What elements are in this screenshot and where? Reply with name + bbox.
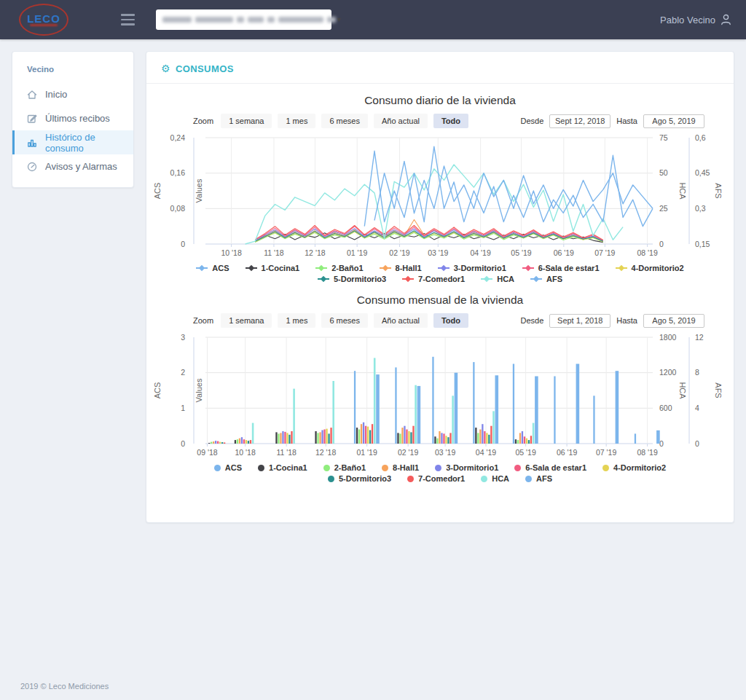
legend-item-acs[interactable]: ACS: [214, 463, 242, 472]
x-tick-label: 01 '19: [357, 448, 377, 457]
monthly-consumption-chart[interactable]: 09 '1810 '1811 '1812 '1801 '1902 '1903 '…: [152, 333, 729, 461]
x-tick-label: 06 '19: [557, 448, 577, 457]
sidebar-item-inicio[interactable]: Inicio: [12, 82, 133, 106]
daily-chart-controls: Zoom1 semana1 mes6 mesesAño actualTodoDe…: [193, 114, 704, 128]
legend-item-5-dormitorio3[interactable]: 5-Dormitorio3: [318, 275, 386, 283]
hasta-input-monthly[interactable]: Ago 5, 2019: [643, 314, 704, 328]
y-tick-label: 0,3: [695, 204, 706, 213]
axis-title-afs: AFS: [714, 183, 723, 198]
unit-selector[interactable]: ▼: [156, 9, 331, 30]
bar-8-hall1: [213, 441, 214, 444]
sidebar-item-historico-de-consumo[interactable]: Histórico de consumo: [12, 130, 133, 154]
hasta-input-daily[interactable]: Ago 5, 2019: [643, 114, 704, 128]
sidebar-item-avisos-y-alarmas[interactable]: Avisos y Alarmas: [12, 154, 133, 178]
bar-3-dormitorio1: [241, 437, 243, 444]
home-icon: [26, 89, 38, 101]
legend-item-4-dormitorio2[interactable]: 4-Dormitorio2: [602, 463, 666, 472]
legend-marker-circle: [435, 465, 441, 471]
legend-marker-circle: [382, 465, 388, 471]
bar-6-sala-de-estar1: [243, 439, 245, 444]
bar-1-cocina1: [208, 443, 210, 444]
bar-afs: [417, 386, 421, 444]
legend-item-2-ba-o1[interactable]: 2-Baño1: [315, 264, 363, 272]
legend-item-7-comedor1[interactable]: 7-Comedor1: [407, 474, 465, 483]
legend-item-3-dormitorio1[interactable]: 3-Dormitorio1: [438, 264, 506, 272]
bar-2-ba-o1: [237, 439, 238, 444]
bar-2-ba-o1: [358, 430, 360, 444]
range-button-a-o-actual[interactable]: Año actual: [374, 313, 428, 328]
monthly-chart-block: Consumo mensual de la vivienda Zoom1 sem…: [146, 294, 734, 483]
legend-item-8-hall1[interactable]: 8-Hall1: [382, 463, 419, 472]
legend-label: 2-Baño1: [331, 264, 363, 272]
bar-6-sala-de-estar1: [443, 433, 444, 444]
user-menu[interactable]: Pablo Vecino: [660, 14, 731, 25]
bar-acs: [513, 364, 514, 444]
range-button-1-mes[interactable]: 1 mes: [278, 313, 315, 328]
legend-item-3-dormitorio1[interactable]: 3-Dormitorio1: [435, 463, 498, 472]
bar-4-dormitorio2: [445, 436, 447, 444]
bar-4-dormitorio2: [326, 429, 327, 444]
desde-input-monthly[interactable]: Sept 1, 2018: [549, 314, 610, 328]
bar-2-ba-o1: [517, 440, 519, 444]
copyright-text: 2019 © Leco Mediciones: [20, 682, 109, 691]
x-tick-label: 03 '19: [428, 248, 448, 257]
sidebar-section-label: Vecino: [27, 65, 133, 74]
zoom-label: Zoom: [193, 316, 213, 325]
range-button-6-meses[interactable]: 6 meses: [321, 114, 368, 128]
legend-label: 1-Cocina1: [262, 264, 300, 272]
bar-1-cocina1: [356, 428, 358, 444]
legend-item-6-sala-de-estar1[interactable]: 6-Sala de estar1: [522, 264, 600, 272]
legend-marker-diamond: [481, 276, 492, 283]
bar-3-dormitorio1: [482, 424, 483, 444]
legend-item-1-cocina1[interactable]: 1-Cocina1: [258, 463, 307, 472]
range-button-todo[interactable]: Todo: [433, 114, 468, 128]
x-tick-label: 10 '18: [221, 248, 241, 257]
range-button-1-semana[interactable]: 1 semana: [221, 114, 272, 128]
x-tick-label: 01 '19: [347, 248, 367, 257]
sidebar-item-ultimos-recibos[interactable]: Últimos recibos: [12, 106, 133, 130]
bar-acs: [354, 371, 356, 444]
legend-item-hca[interactable]: HCA: [481, 275, 514, 283]
legend-item-1-cocina1[interactable]: 1-Cocina1: [246, 264, 300, 272]
range-button-6-meses[interactable]: 6 meses: [321, 313, 368, 328]
range-button-todo[interactable]: Todo: [433, 313, 468, 328]
legend-marker-diamond: [380, 265, 391, 272]
y-tick-label: 0,15: [695, 240, 710, 248]
range-button-a-o-actual[interactable]: Año actual: [374, 114, 428, 128]
bar-5-dormitorio3: [447, 437, 449, 444]
legend-label: 4-Dormitorio2: [632, 264, 684, 272]
y-tick-label: 4: [695, 404, 699, 412]
main-panel: ⚙ CONSUMOS Consumo diario de la vivienda…: [146, 51, 734, 523]
x-tick-label: 05 '19: [511, 248, 531, 257]
legend-marker-circle: [258, 465, 264, 471]
bar-2-ba-o1: [211, 442, 212, 444]
legend-item-6-sala-de-estar1[interactable]: 6-Sala de estar1: [514, 463, 586, 472]
y-tick-label: 75: [659, 133, 668, 142]
desde-input-daily[interactable]: Sept 12, 2018: [549, 114, 610, 128]
x-tick-label: 04 '19: [470, 248, 490, 257]
settings-gear-icon: ⚙: [161, 63, 170, 74]
bar-acs: [473, 362, 474, 444]
bar-acs: [432, 357, 433, 444]
bar-3-dormitorio1: [282, 431, 283, 444]
bar-5-dormitorio3: [528, 440, 530, 444]
unit-selector-value-redacted: [162, 17, 336, 23]
legend-item-afs[interactable]: AFS: [530, 275, 562, 283]
legend-item-7-comedor1[interactable]: 7-Comedor1: [402, 275, 465, 283]
menu-toggle-icon[interactable]: [121, 14, 135, 25]
daily-consumption-chart[interactable]: 10 '1811 '1812 '1801 '1902 '1903 '1904 '…: [152, 133, 729, 261]
legend-item-8-hall1[interactable]: 8-Hall1: [380, 264, 422, 272]
legend-item-4-dormitorio2[interactable]: 4-Dormitorio2: [616, 264, 684, 272]
range-button-1-mes[interactable]: 1 mes: [278, 114, 315, 128]
legend-item-afs[interactable]: AFS: [525, 474, 552, 483]
legend-item-5-dormitorio3[interactable]: 5-Dormitorio3: [328, 474, 391, 483]
logo[interactable]: LECO: [19, 4, 68, 36]
legend-item-hca[interactable]: HCA: [481, 474, 509, 483]
x-tick-label: 08 '19: [637, 448, 657, 457]
range-button-1-semana[interactable]: 1 semana: [221, 313, 272, 328]
bar-5-dormitorio3: [369, 430, 371, 444]
legend-item-acs[interactable]: ACS: [196, 264, 229, 272]
y-tick-label: 12: [695, 333, 704, 342]
legend-item-2-ba-o1[interactable]: 2-Baño1: [323, 463, 366, 472]
chevron-down-icon: ▼: [336, 16, 342, 23]
